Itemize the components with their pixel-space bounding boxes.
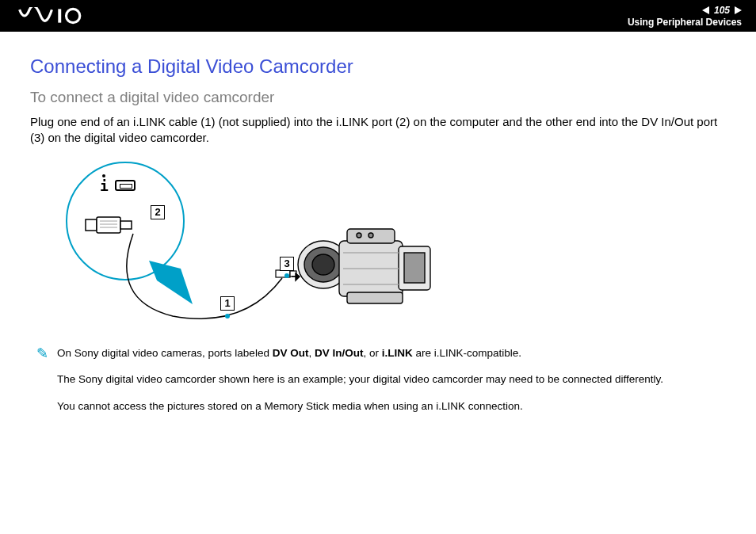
page-navigation: 105	[702, 5, 742, 16]
page-number: 105	[714, 5, 730, 16]
diagram-label-2: 2	[151, 205, 165, 219]
section-label: Using Peripheral Devices	[628, 17, 742, 28]
svg-rect-5	[120, 221, 132, 229]
camcorder-icon	[292, 213, 450, 324]
next-page-arrow-icon[interactable]	[735, 6, 742, 14]
body-text: Plug one end of an i.LINK cable (1) (not…	[30, 114, 726, 147]
callout-dot-icon	[284, 273, 289, 278]
prev-page-arrow-icon[interactable]	[702, 6, 709, 14]
svg-rect-18	[347, 292, 403, 303]
svg-point-13	[312, 254, 334, 275]
callout-dot-icon	[225, 314, 230, 318]
diagram-label-3: 3	[280, 257, 294, 271]
ilink-port-icon: i	[100, 177, 136, 194]
header-right: 105 Using Peripheral Devices	[628, 5, 742, 28]
svg-point-20	[357, 233, 361, 238]
svg-rect-0	[58, 9, 61, 22]
page-title: Connecting a Digital Video Camcorder	[30, 55, 726, 78]
svg-point-1	[67, 9, 80, 22]
note-line: The Sony digital video camcorder shown h…	[57, 372, 726, 387]
diagram-label-1: 1	[220, 296, 235, 311]
connection-diagram: i	[54, 158, 466, 332]
note-pencil-icon: ✎	[36, 345, 48, 363]
svg-rect-17	[404, 253, 425, 283]
note-line: ✎ On Sony digital video cameras, ports l…	[57, 346, 726, 360]
svg-point-21	[368, 233, 373, 238]
page-content: Connecting a Digital Video Camcorder To …	[0, 32, 756, 441]
note-bold: DV In/Out	[315, 347, 364, 359]
ilink-cable-icon	[117, 229, 307, 332]
note-bold: DV Out	[273, 347, 309, 359]
note-bold: i.LINK	[382, 347, 413, 359]
note-text-fragment: , or	[363, 347, 381, 359]
note-text-fragment: On Sony digital video cameras, ports lab…	[57, 347, 273, 359]
note-text-fragment: ,	[308, 347, 315, 359]
vaio-logo	[14, 7, 109, 25]
header-bar: 105 Using Peripheral Devices	[0, 0, 756, 32]
page-subtitle: To connect a digital video camcorder	[30, 89, 726, 106]
note-text-fragment: are i.LINK-compatible.	[413, 347, 521, 359]
note-line: You cannot access the pictures stored on…	[57, 399, 726, 414]
notes-block: ✎ On Sony digital video cameras, ports l…	[30, 346, 726, 414]
svg-rect-3	[86, 219, 97, 231]
